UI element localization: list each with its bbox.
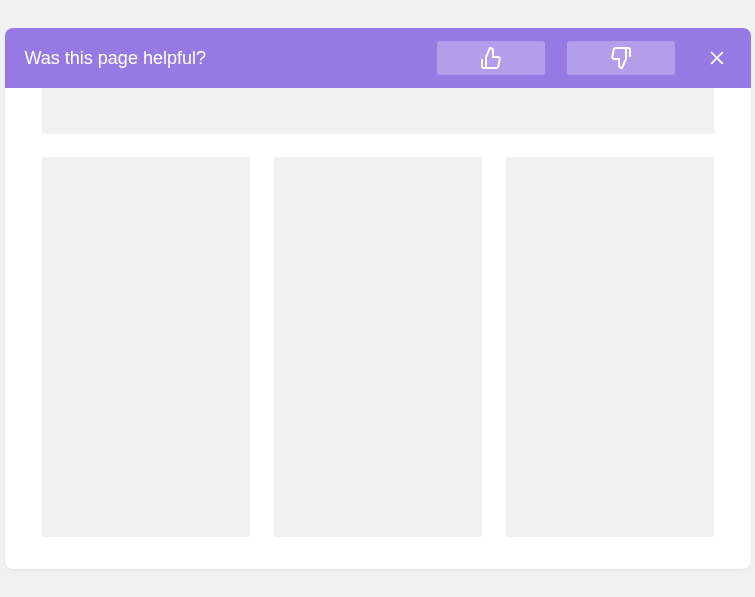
- thumbs-down-icon: [609, 46, 633, 70]
- placeholder-column: [274, 157, 482, 537]
- close-button[interactable]: [703, 44, 731, 72]
- placeholder-columns: [42, 157, 714, 537]
- page-card: Was this page helpful?: [5, 28, 751, 569]
- content-area: [5, 88, 751, 569]
- close-icon: [707, 48, 727, 68]
- feedback-bar: Was this page helpful?: [5, 28, 751, 88]
- thumbs-up-button[interactable]: [437, 41, 545, 75]
- placeholder-banner: [42, 88, 714, 134]
- feedback-question: Was this page helpful?: [25, 48, 425, 69]
- thumbs-down-button[interactable]: [567, 41, 675, 75]
- thumbs-up-icon: [479, 46, 503, 70]
- placeholder-column: [506, 157, 714, 537]
- placeholder-column: [42, 157, 250, 537]
- feedback-buttons: [437, 41, 731, 75]
